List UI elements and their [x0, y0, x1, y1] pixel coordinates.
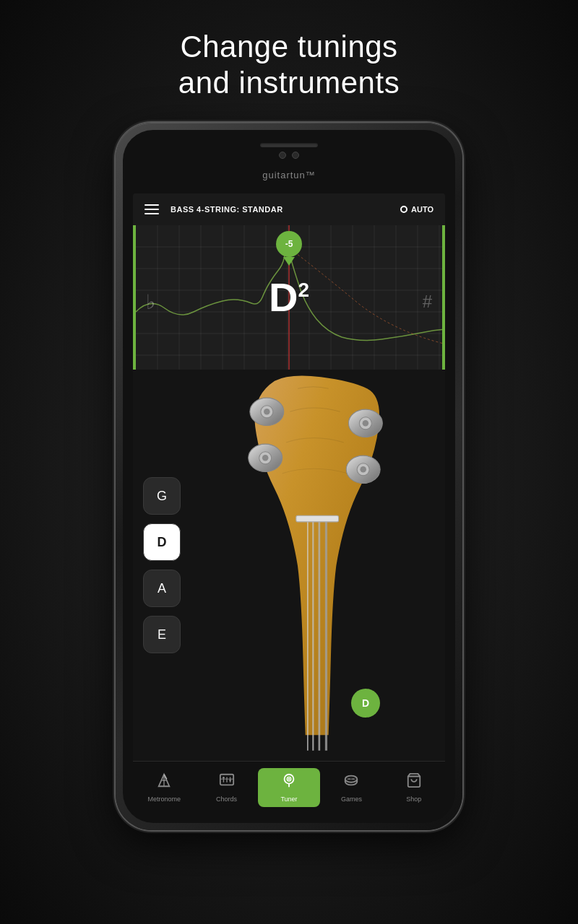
guitar-headstock: [228, 370, 445, 761]
nav-label-shop: Shop: [406, 796, 421, 803]
tuner-display: -5 D2 ♭ #: [133, 225, 445, 370]
hamburger-line-1: [144, 204, 159, 206]
nav-label-tuner: Tuner: [280, 796, 297, 803]
tuner-icon: [281, 772, 297, 793]
nav-item-chords[interactable]: Chords: [195, 768, 257, 807]
tuning-info-label: BASS 4-STRING: STANDAR: [171, 205, 400, 214]
svg-point-32: [360, 466, 366, 473]
nav-item-metronome[interactable]: Metronome: [133, 768, 195, 807]
phone-mockup: guitartun™ BASS 4-STRING: STANDAR AUTO: [116, 123, 462, 830]
note-name: D2: [269, 274, 309, 320]
string-btn-e[interactable]: E: [143, 616, 181, 653]
svg-point-46: [223, 776, 225, 778]
hamburger-line-2: [144, 209, 159, 210]
instrument-section: G D A E: [133, 370, 445, 761]
string-buttons: G D A E: [143, 477, 181, 653]
hamburger-line-3: [144, 213, 159, 214]
flat-symbol: ♭: [146, 290, 155, 314]
svg-point-26: [262, 455, 269, 461]
bottom-nav: Metronome: [133, 761, 445, 813]
nav-item-tuner[interactable]: Tuner: [258, 768, 320, 807]
svg-point-51: [288, 777, 290, 780]
games-icon: [343, 772, 359, 793]
string-btn-d[interactable]: D: [143, 523, 181, 561]
auto-label: AUTO: [411, 205, 434, 214]
page-header: Change tunings and instruments: [0, 0, 578, 123]
phone-shell: guitartun™ BASS 4-STRING: STANDAR AUTO: [116, 123, 462, 830]
hamburger-menu[interactable]: [144, 204, 159, 214]
nav-item-shop[interactable]: Shop: [383, 768, 445, 807]
sharp-symbol: #: [423, 292, 432, 312]
string-btn-g[interactable]: G: [143, 477, 181, 515]
svg-point-57: [353, 778, 354, 780]
svg-point-47: [229, 779, 231, 781]
svg-point-56: [349, 778, 350, 780]
phone-brand: guitartun™: [262, 170, 316, 180]
auto-badge[interactable]: AUTO: [400, 205, 434, 214]
d-string-indicator: D: [351, 689, 380, 718]
app-screen: BASS 4-STRING: STANDAR AUTO: [133, 193, 445, 813]
string-btn-a[interactable]: A: [143, 570, 181, 607]
phone-cameras: [217, 152, 361, 159]
svg-rect-37: [296, 515, 339, 522]
nav-label-metronome: Metronome: [147, 796, 181, 803]
shop-icon: [406, 772, 422, 793]
nav-item-games[interactable]: Games: [320, 768, 382, 807]
chords-icon: [219, 772, 235, 793]
phone-top: [217, 143, 361, 159]
note-display: D2: [269, 277, 309, 318]
phone-camera-left: [279, 152, 286, 159]
app-header-bar: BASS 4-STRING: STANDAR AUTO: [133, 193, 445, 225]
phone-speaker-grille: [260, 143, 318, 147]
nav-label-games: Games: [341, 796, 362, 803]
phone-camera-right: [292, 152, 299, 159]
phone-bezel: guitartun™ BASS 4-STRING: STANDAR AUTO: [123, 130, 455, 823]
nav-label-chords: Chords: [216, 796, 237, 803]
svg-point-29: [363, 420, 369, 427]
auto-circle-icon: [400, 206, 407, 213]
metronome-icon: [156, 772, 172, 793]
svg-point-23: [264, 409, 270, 415]
needle-indicator: -5: [276, 231, 302, 257]
needle-pointer: [283, 257, 295, 266]
note-octave: 2: [298, 279, 309, 301]
